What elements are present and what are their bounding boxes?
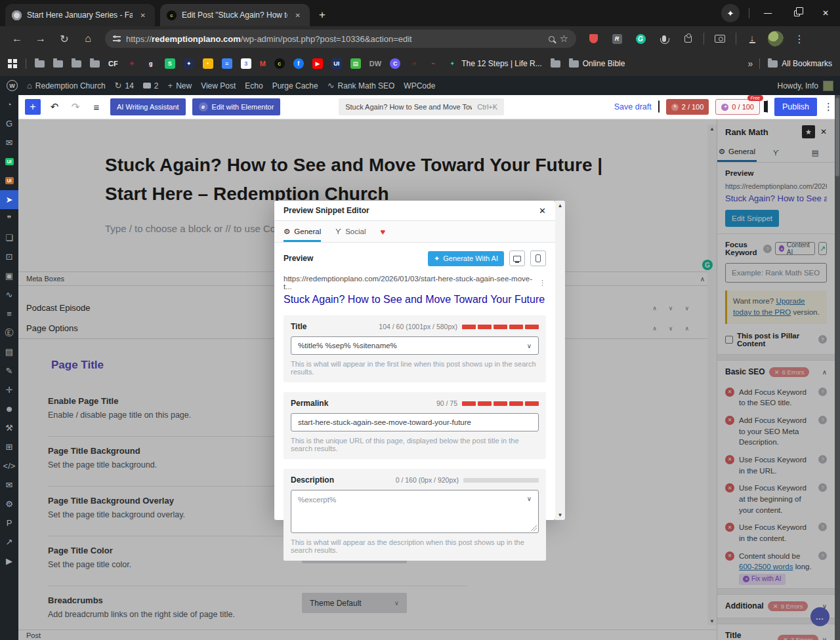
save-draft-button[interactable]: Save draft xyxy=(614,102,652,111)
browser-menu-kebab-icon[interactable]: ⋮ xyxy=(789,28,810,49)
serp-preview-title[interactable]: Stuck Again? How to See and Move Toward … xyxy=(284,294,546,306)
sidebar-list-icon[interactable]: ≡ xyxy=(0,304,18,323)
bookmark-12-steps[interactable]: ✦The 12 Steps | Life R... xyxy=(447,58,542,69)
bookmark-cf[interactable]: CF xyxy=(108,60,118,68)
bookmark-folder-2[interactable] xyxy=(53,60,63,68)
bookmark-navy-app[interactable]: ✦ xyxy=(184,58,194,69)
bookmark-dw[interactable]: DW xyxy=(369,60,381,68)
sidebar-users-icon[interactable]: ☻ xyxy=(0,399,18,418)
adminbar-echo[interactable]: Echo xyxy=(245,81,262,90)
bookmark-tc[interactable]: c xyxy=(274,58,285,69)
publish-button[interactable]: Publish xyxy=(774,98,817,116)
description-textarea[interactable]: %excerpt% ∨ xyxy=(291,490,539,533)
wordpress-logo-icon[interactable]: W xyxy=(7,80,18,91)
mic-icon[interactable] xyxy=(654,28,675,49)
page-scrollbar[interactable] xyxy=(835,95,840,640)
bookmark-green-list[interactable]: ▤ xyxy=(350,58,361,69)
apps-grid-icon[interactable] xyxy=(8,59,17,68)
sidebar-dashboard-icon[interactable]: ◔ xyxy=(0,95,18,114)
grammarly-extension-icon[interactable]: G xyxy=(630,28,651,49)
redo-icon[interactable]: ↷ xyxy=(68,101,83,113)
scroll-down-icon[interactable]: ▼ xyxy=(558,512,563,518)
modal-scrollbar[interactable]: ▲ ▼ xyxy=(555,201,565,520)
modal-tab-social[interactable]: ϒSocial xyxy=(335,221,366,242)
generate-with-ai-button[interactable]: ✦Generate With AI xyxy=(428,251,504,266)
sidebar-settings-icon[interactable]: ⚙ xyxy=(0,494,18,513)
sidebar-quotes-icon[interactable]: ❞ xyxy=(0,209,18,228)
sidebar-ui-orange-icon[interactable]: UI xyxy=(0,171,18,190)
home-icon[interactable]: ⌂ xyxy=(77,28,98,49)
desktop-preview-button[interactable] xyxy=(509,250,525,266)
back-icon[interactable]: ← xyxy=(7,28,28,49)
sidebar-video-icon[interactable]: ▶ xyxy=(0,551,18,570)
settings-panel-toggle-icon[interactable] xyxy=(766,101,768,113)
sidebar-pages-icon[interactable]: ❏ xyxy=(0,228,18,247)
sidebar-plugins-icon[interactable]: ✛ xyxy=(0,380,18,399)
downloads-icon[interactable]: ↓ xyxy=(742,28,763,49)
sidebar-ui-green-icon[interactable]: UI xyxy=(0,152,18,171)
sidebar-elementor-icon[interactable]: ⊞ xyxy=(0,437,18,456)
sidebar-code-icon[interactable]: </> xyxy=(0,456,18,475)
modal-tab-general[interactable]: ⚙General xyxy=(284,221,321,242)
adminbar-updates[interactable]: ↻14 xyxy=(115,81,134,90)
content-ai-score-badge[interactable]: ✎2 / 100 xyxy=(666,99,709,115)
minimize-button[interactable]: — xyxy=(753,0,782,26)
bookmark-folder-4[interactable] xyxy=(90,60,100,68)
bookmark-calendar[interactable]: 3 xyxy=(241,58,251,69)
bookmark-online-bible[interactable]: Online Bible xyxy=(569,59,625,68)
permalink-input[interactable]: start-here-stuck-again-see-move-toward-y… xyxy=(291,413,539,431)
bookmark-star-icon[interactable]: ☆ xyxy=(560,33,568,45)
adminbar-wpcode[interactable]: WPCode xyxy=(404,81,435,90)
adminbar-purge-cache[interactable]: Purge Cache xyxy=(272,81,318,90)
adblock-extension-icon[interactable] xyxy=(583,28,604,49)
profile-avatar[interactable] xyxy=(765,28,786,49)
ai-writing-assistant-button[interactable]: AI Writing Assistant xyxy=(110,98,186,115)
title-input[interactable]: %title% %sep% %sitename%∨ xyxy=(291,336,539,355)
bookmark-green-s[interactable]: S xyxy=(165,58,175,69)
scrollbar-thumb[interactable] xyxy=(835,98,839,176)
sidebar-smtp-icon[interactable]: ✉ xyxy=(0,475,18,494)
bookmark-yellow-app[interactable]: • xyxy=(203,58,213,69)
tab-2-close-icon[interactable]: ✕ xyxy=(293,10,303,20)
reload-icon[interactable]: ↻ xyxy=(54,28,75,49)
list-view-icon[interactable]: ≡ xyxy=(89,102,104,113)
gemini-icon[interactable]: ✦ xyxy=(721,4,740,22)
bookmark-gloo[interactable]: g xyxy=(146,58,156,69)
close-window-button[interactable]: ✕ xyxy=(811,0,840,26)
sidebar-appearance-icon[interactable]: ✎ xyxy=(0,361,18,380)
resize-handle[interactable] xyxy=(531,525,537,531)
modal-close-icon[interactable]: ✕ xyxy=(539,206,546,216)
sidebar-comments-icon[interactable]: ⊡ xyxy=(0,247,18,266)
sidebar-tools-icon[interactable]: ⚒ xyxy=(0,418,18,437)
bookmark-folder-1[interactable] xyxy=(35,60,45,68)
zoom-icon[interactable] xyxy=(549,36,555,42)
sidebar-sitekit-icon[interactable]: G xyxy=(0,114,18,133)
screen-search-icon[interactable] xyxy=(709,28,730,49)
sidebar-files-icon[interactable]: ▤ xyxy=(0,342,18,361)
adminbar-view-post[interactable]: View Post xyxy=(201,81,236,90)
adminbar-rank-math[interactable]: ∿Rank Math SEO xyxy=(327,81,395,90)
sidebar-media-icon[interactable]: ▣ xyxy=(0,266,18,285)
extensions-puzzle-icon[interactable] xyxy=(677,28,698,49)
editor-options-kebab-icon[interactable]: ⋮ xyxy=(824,101,833,113)
adminbar-account[interactable]: Howdy, Info xyxy=(778,81,833,91)
sidebar-mail-icon[interactable]: ✉ xyxy=(0,133,18,152)
sidebar-p-icon[interactable]: P xyxy=(0,513,18,532)
restore-button[interactable] xyxy=(782,0,811,26)
forward-icon[interactable]: → xyxy=(30,28,51,49)
bookmark-red-app[interactable]: ~ xyxy=(428,58,438,69)
adminbar-comments[interactable]: 2 xyxy=(143,81,159,90)
sidebar-posts-pin-icon[interactable]: ➤ xyxy=(0,190,18,209)
preview-monitor-icon[interactable] xyxy=(658,101,660,113)
bookmark-ui[interactable]: UI xyxy=(331,58,342,69)
bookmark-facebook[interactable]: f xyxy=(293,58,304,69)
adminbar-new[interactable]: +New xyxy=(168,81,192,90)
address-bar[interactable]: https://redemptionplano.com/wp-admin/pos… xyxy=(105,30,576,48)
new-tab-button[interactable]: + xyxy=(314,7,331,24)
block-inserter-button[interactable]: + xyxy=(25,99,41,115)
r-extension-icon[interactable]: R xyxy=(606,28,627,49)
bookmark-folder-3[interactable] xyxy=(72,60,81,68)
edit-with-elementor-button[interactable]: eEdit with Elementor xyxy=(192,98,281,115)
command-palette[interactable]: Stuck Again? How to See and Move Tow... … xyxy=(339,98,504,115)
all-bookmarks-button[interactable]: All Bookmarks xyxy=(768,59,832,68)
